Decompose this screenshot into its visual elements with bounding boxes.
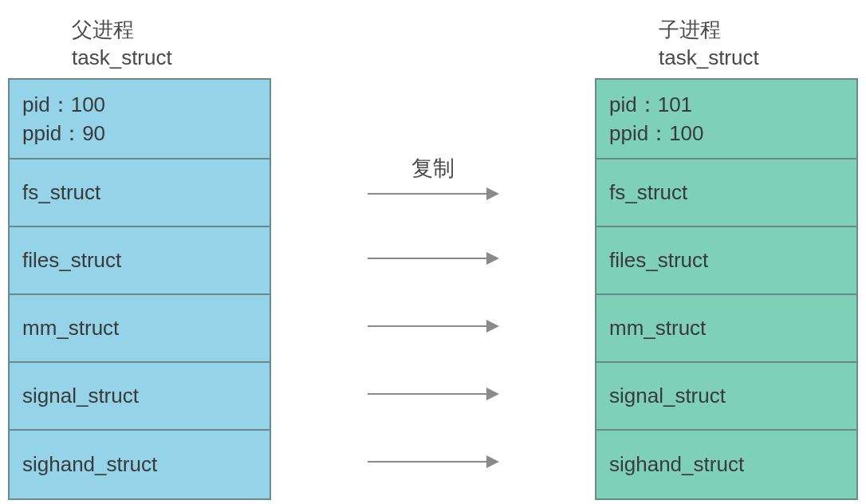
parent-title: 父进程 task_struct	[72, 16, 271, 72]
arrows-column: 复制	[271, 16, 595, 495]
arrow-icon	[368, 318, 499, 334]
child-ppid: ppid：100	[609, 119, 704, 148]
arrow-icon	[368, 186, 499, 202]
parent-pid-cell: pid：100 ppid：90	[10, 80, 270, 159]
arrow-icon	[368, 454, 499, 470]
parent-field-mm: mm_struct	[10, 295, 270, 363]
parent-pid: pid：100	[22, 90, 105, 119]
parent-field-signal: signal_struct	[10, 363, 270, 431]
child-field-fs: fs_struct	[596, 159, 856, 227]
diagram-container: 父进程 task_struct pid：100 ppid：90 fs_struc…	[0, 0, 866, 500]
child-title-line1: 子进程	[659, 18, 721, 41]
parent-field-fs: fs_struct	[10, 159, 270, 227]
child-pid: pid：101	[609, 90, 692, 119]
child-field-mm: mm_struct	[596, 295, 856, 363]
parent-process-block: 父进程 task_struct pid：100 ppid：90 fs_struc…	[8, 16, 271, 500]
arrow-row-1	[271, 186, 595, 224]
child-field-files: files_struct	[596, 227, 856, 295]
arrow-icon	[368, 250, 499, 266]
child-field-signal: signal_struct	[596, 363, 856, 431]
copy-label: 复制	[411, 154, 455, 183]
child-field-sighand: sighand_struct	[596, 431, 856, 498]
child-struct-box: pid：101 ppid：100 fs_struct files_struct …	[595, 78, 858, 500]
parent-title-line2: task_struct	[72, 45, 172, 69]
arrow-row-5	[271, 427, 595, 495]
child-title-line2: task_struct	[659, 45, 759, 69]
parent-field-files: files_struct	[10, 227, 270, 295]
arrow-icon	[368, 386, 499, 402]
child-process-block: 子进程 task_struct pid：101 ppid：100 fs_stru…	[595, 16, 858, 500]
parent-struct-box: pid：100 ppid：90 fs_struct files_struct m…	[8, 78, 271, 500]
arrow-row-4	[271, 360, 595, 427]
child-pid-cell: pid：101 ppid：100	[596, 80, 856, 159]
parent-field-sighand: sighand_struct	[10, 431, 270, 498]
parent-ppid: ppid：90	[22, 119, 105, 148]
parent-title-line1: 父进程	[72, 18, 134, 41]
arrow-row-3	[271, 292, 595, 360]
child-title: 子进程 task_struct	[659, 16, 858, 72]
arrow-row-2	[271, 224, 595, 292]
